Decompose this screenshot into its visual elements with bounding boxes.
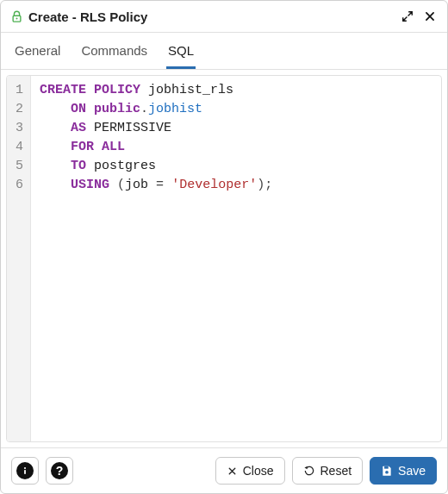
info-icon [16, 462, 34, 479]
tab-commands[interactable]: Commands [79, 33, 149, 69]
svg-rect-4 [384, 466, 389, 469]
tab-sql[interactable]: SQL [166, 33, 196, 69]
code-line: FOR ALL [40, 138, 432, 157]
code-line: CREATE POLICY jobhist_rls [40, 81, 432, 100]
code-area[interactable]: CREATE POLICY jobhist_rls ON public.jobh… [31, 76, 441, 441]
footer: ? Close Reset Save [1, 447, 447, 493]
dialog: Create - RLS Policy General Commands SQL… [0, 0, 448, 494]
expand-icon[interactable] [399, 8, 416, 25]
line-number: 2 [16, 100, 23, 119]
tab-general[interactable]: General [13, 33, 62, 69]
reset-button[interactable]: Reset [292, 457, 364, 485]
line-number: 3 [16, 119, 23, 138]
line-number: 6 [16, 176, 23, 195]
reset-icon [303, 465, 315, 477]
titlebar: Create - RLS Policy [1, 1, 447, 33]
code-line: AS PERMISSIVE [40, 119, 432, 138]
save-icon [381, 465, 393, 477]
svg-point-2 [24, 467, 26, 469]
svg-point-1 [16, 17, 17, 19]
line-number: 5 [16, 157, 23, 176]
save-button-label: Save [398, 464, 426, 478]
help-button[interactable]: ? [46, 457, 73, 485]
line-number: 4 [16, 138, 23, 157]
close-icon[interactable] [421, 8, 439, 25]
save-button[interactable]: Save [370, 457, 437, 485]
close-button-label: Close [243, 464, 274, 478]
lock-icon [9, 9, 23, 23]
svg-point-5 [385, 471, 389, 474]
line-number: 1 [16, 81, 23, 100]
code-line: ON public.jobhist [40, 100, 432, 119]
line-gutter: 123456 [7, 76, 31, 441]
tabs: General Commands SQL [1, 33, 447, 70]
x-icon [227, 466, 238, 477]
code-line: USING (job = 'Developer'); [40, 176, 432, 195]
reset-button-label: Reset [320, 464, 352, 478]
svg-rect-3 [24, 470, 26, 474]
close-button[interactable]: Close [215, 457, 285, 485]
info-button[interactable] [11, 457, 39, 485]
help-icon: ? [51, 462, 68, 479]
dialog-title: Create - RLS Policy [28, 9, 394, 24]
sql-editor[interactable]: 123456 CREATE POLICY jobhist_rls ON publ… [6, 75, 442, 442]
code-line: TO postgres [40, 157, 432, 176]
